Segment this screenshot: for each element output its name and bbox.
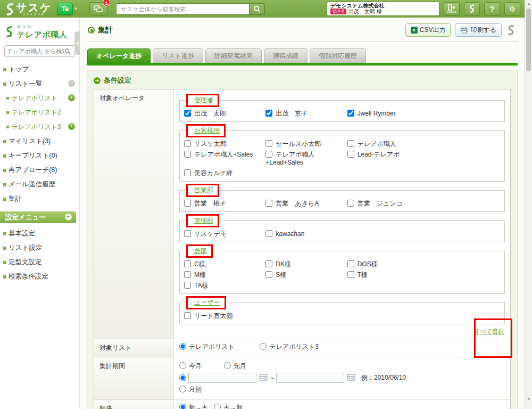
scroll-up-arrow[interactable]: ▲: [525, 1, 532, 7]
operator-checkbox[interactable]: [347, 151, 354, 158]
sidebar-item-reapproach[interactable]: 再アプローチ(8): [0, 163, 79, 177]
target-list-radio[interactable]: [179, 343, 186, 350]
sidebar-item-mylist[interactable]: マイリスト(3): [0, 134, 79, 149]
operator-row-content: 管理者 出茂 太郎 出茂 京子 Jwell Rymbei お客様用 サスケ太郎 …: [174, 89, 510, 339]
settings-menu-header[interactable]: 設定メニュー−: [0, 211, 76, 223]
sidebar-item-teleapo-list[interactable]: テレアポリスト+: [0, 91, 79, 105]
chevron-down-icon[interactable]: ▼: [73, 6, 78, 11]
period-end-date-input[interactable]: [276, 373, 344, 383]
saaske-home-button[interactable]: [464, 2, 480, 16]
sidebar-item-mail-history[interactable]: メール送信履歴: [0, 177, 79, 192]
operator-checkbox[interactable]: [184, 200, 191, 207]
operator-checkbox[interactable]: [347, 200, 354, 207]
group-legend-link[interactable]: 管理者: [194, 96, 213, 104]
sidebar-item-basic-settings[interactable]: 基本設定: [0, 226, 79, 241]
tab-list-progress[interactable]: リスト進捗: [153, 48, 203, 63]
select-all-link[interactable]: すべて選択: [474, 328, 504, 334]
group-legend-link[interactable]: 外部: [194, 247, 207, 255]
tab-operator-progress[interactable]: オペレータ進捗: [87, 48, 151, 63]
tab-individual-history[interactable]: 個別対応履歴: [310, 48, 366, 63]
bullet-icon: [3, 261, 6, 264]
operator-checkbox[interactable]: [265, 271, 272, 278]
csv-export-button[interactable]: X CSV出力: [405, 23, 451, 37]
app-switcher-button[interactable]: Te: [57, 3, 73, 15]
sidebar-item-search-condition-settings[interactable]: 検索条件設定: [0, 269, 79, 284]
sidebar-item-list-settings[interactable]: リスト設定: [0, 241, 79, 255]
print-button[interactable]: 印刷する: [455, 23, 502, 37]
sidebar-collapse-tab[interactable]: ◀: [74, 31, 80, 55]
logout-button[interactable]: Logout: [444, 2, 460, 16]
operator-checkbox[interactable]: [184, 260, 191, 267]
operator-checkbox[interactable]: [265, 110, 272, 117]
calendar-icon: [259, 373, 268, 381]
operator-checkbox[interactable]: [347, 140, 354, 147]
product-logo[interactable]: サスケ テレアポ職人: [0, 18, 79, 43]
global-search-input[interactable]: [116, 3, 249, 15]
operator-checkbox[interactable]: [265, 151, 272, 158]
group-legend-link[interactable]: お客様用: [194, 127, 220, 134]
period-custom-radio[interactable]: [179, 374, 186, 381]
help-button[interactable]: ?: [484, 2, 500, 16]
sidebar-search-box[interactable]: [4, 45, 75, 57]
sidebar-item-template-settings[interactable]: 定型文設定: [0, 255, 79, 269]
group-legend-link[interactable]: 管理部: [194, 217, 213, 224]
scrollbar-thumb[interactable]: [526, 9, 531, 71]
sidebar-item-keeplist[interactable]: キープリスト(0): [0, 149, 79, 163]
operator-checkbox[interactable]: [347, 110, 354, 117]
operator-checkbox[interactable]: [347, 260, 354, 267]
tab-detail-call-results[interactable]: 詳細架電結果: [205, 48, 262, 63]
main-content: 集計 X CSV出力 印刷する オペレータ進捗 リスト進捗 詳細架電結果 獲得成…: [80, 18, 525, 409]
collapse-circle-icon[interactable]: −: [68, 80, 75, 87]
sidebar-item-aggregate[interactable]: 集計: [0, 192, 79, 206]
operator-checkbox[interactable]: [265, 260, 272, 267]
sidebar-menu: トップ リスト一覧− テレアポリスト+ テレアポリスト2 テレアポリスト3+ マ…: [0, 62, 79, 206]
operator-checkbox[interactable]: [184, 110, 191, 117]
order-radio-new-old[interactable]: [179, 404, 186, 409]
operator-checkbox[interactable]: [184, 282, 191, 289]
group-legend-link[interactable]: 営業部: [194, 186, 213, 194]
bullet-icon: [3, 154, 6, 158]
operator-checkbox[interactable]: [184, 271, 191, 278]
calendar-icon: [347, 373, 355, 381]
operator-checkbox[interactable]: [184, 230, 191, 237]
period-last-month-radio[interactable]: [224, 362, 231, 369]
target-list-radio[interactable]: [260, 343, 267, 350]
sidebar-item-top[interactable]: トップ: [0, 62, 79, 77]
collapse-circle-icon[interactable]: −: [65, 214, 72, 220]
operator-checkbox[interactable]: [347, 271, 354, 278]
refresh-icon[interactable]: [506, 24, 517, 36]
settings-button[interactable]: ⚙: [504, 2, 520, 16]
sidebar-item-teleapo-list3[interactable]: テレアポリスト3+: [0, 120, 79, 134]
chat-button[interactable]: 1: [89, 2, 107, 15]
tab-acquired-results[interactable]: 獲得成績: [264, 48, 307, 63]
expand-circle-icon[interactable]: +: [68, 123, 75, 130]
group-legend-link[interactable]: ユーザー: [194, 299, 220, 306]
page-scrollbar[interactable]: ▲ ▼: [525, 0, 532, 409]
calendar-button[interactable]: [259, 373, 268, 382]
calendar-button[interactable]: [346, 373, 356, 382]
order-row-label: 順序: [94, 400, 174, 409]
product-ruby: サスケ: [17, 24, 67, 30]
operator-checkbox[interactable]: [265, 230, 272, 237]
highlight-box: 外部: [186, 244, 213, 258]
operator-checkbox[interactable]: [184, 140, 191, 147]
operator-checkbox[interactable]: [265, 200, 272, 207]
sidebar-search-input[interactable]: [7, 48, 64, 54]
operator-group-sales: 営業部 営業 桃子 営業 あきらA 営業 ジュンコ: [179, 184, 505, 212]
period-start-date-input[interactable]: [188, 373, 256, 383]
expand-circle-icon[interactable]: +: [68, 94, 75, 101]
operator-checkbox[interactable]: [184, 151, 191, 158]
operator-checkbox[interactable]: [184, 312, 191, 319]
sidebar-item-teleapo-list2[interactable]: テレアポリスト2: [0, 105, 79, 120]
global-search-button[interactable]: [249, 3, 265, 15]
operator-checkbox[interactable]: [265, 140, 272, 147]
saaske-logo[interactable]: サスケ SAASKE: [4, 2, 52, 16]
scroll-down-arrow[interactable]: ▼: [525, 396, 532, 403]
chat-notification-badge: 1: [103, 0, 110, 6]
operator-checkbox[interactable]: [184, 169, 191, 176]
company-name: デモシステム株式会社: [330, 3, 436, 9]
sidebar-item-list-overview[interactable]: リスト一覧−: [0, 77, 79, 91]
period-this-month-radio[interactable]: [179, 362, 186, 369]
period-monthly-radio[interactable]: [179, 386, 186, 392]
order-radio-old-new[interactable]: [214, 404, 221, 409]
